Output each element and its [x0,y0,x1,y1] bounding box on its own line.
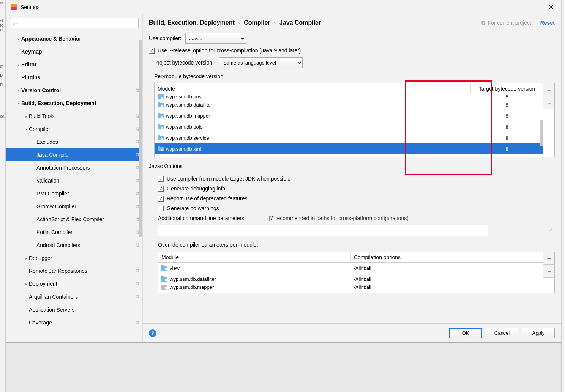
module-target-version[interactable]: 8 [471,113,543,119]
override-row[interactable]: wyp.ssm.db.datafilter-Xlint:all [158,274,543,285]
search-icon: ⌕ [13,20,16,26]
chevron-right-icon[interactable] [16,63,21,67]
sidebar-item-label: Excludes [36,139,134,145]
module-target-version[interactable]: 8 [471,124,543,130]
sidebar-item-label: Android Compilers [36,242,134,248]
sidebar-item-compiler[interactable]: Compiler⧉ [6,123,142,135]
module-header[interactable]: Module [155,83,471,94]
chevron-right-icon[interactable] [24,114,29,118]
module-table-scrollbar[interactable] [540,120,543,146]
module-target-version[interactable]: 8 [471,94,543,99]
chevron-right-icon[interactable] [24,282,29,286]
module-row[interactable]: wyp.ssm.db.service8 [155,132,543,143]
sidebar-item-excludes[interactable]: Excludes⧉ [6,135,142,148]
sidebar-item-editor[interactable]: Editor [6,58,142,71]
settings-tree[interactable]: Appearance & BehaviorKeymapEditorPlugins… [6,32,142,342]
sidebar-item-label: Deployment [29,281,134,287]
ok-button[interactable]: OK [449,328,482,338]
sidebar-item-application-servers[interactable]: Application Servers [6,303,142,316]
module-row[interactable]: wyp.ssm.db.mapper8 [155,110,543,121]
add-override-button[interactable]: ＋ [543,252,554,265]
use-module-jdk-checkbox[interactable]: ✓ [158,176,164,182]
override-row[interactable]: wyp.ssm.db.mapper-Xlint:all [158,285,543,290]
sidebar-item-build-execution-deployment[interactable]: Build, Execution, Deployment [6,97,142,110]
sidebar-item-coverage[interactable]: Coverage⧉ [6,316,142,329]
apply-button[interactable]: Apply [522,328,555,338]
chevron-right-icon[interactable] [16,88,21,93]
reset-link[interactable]: Reset [540,20,555,26]
sidebar-item-plugins[interactable]: Plugins [6,71,142,84]
target-version-header[interactable]: Target bytecode version [471,83,543,94]
sidebar-item-java-compiler[interactable]: Java Compiler⧉ [6,148,142,161]
expand-icon[interactable]: ⤢ [549,227,552,233]
titlebar: Settings ✕ [6,0,561,14]
override-options[interactable]: -Xlint:all [351,265,543,271]
chevron-right-icon[interactable] [16,37,21,41]
breadcrumb-item[interactable]: Compiler [244,19,270,26]
per-module-label: Per-module bytecode version: [154,73,555,79]
sidebar: ⌕ ▾ Appearance & BehaviorKeymapEditorPlu… [6,14,143,342]
override-row[interactable]: view-Xlint:all [158,263,543,274]
report-deprecated-checkbox[interactable]: ✓ [158,196,164,202]
sidebar-item-arquillian-containers[interactable]: Arquillian Containers⧉ [6,290,142,303]
generate-debug-checkbox[interactable]: ✓ [158,186,164,192]
no-warnings-checkbox[interactable] [158,206,164,211]
dialog-footer: ? OK Cancel Apply [143,323,561,342]
override-options[interactable]: -Xlint:all [351,285,543,290]
module-row[interactable]: wyp.ssm.db.datafilter8 [155,99,543,110]
additional-params-label: Additional command line parameters: [158,215,246,221]
module-name: wyp.ssm.db.mapper [166,113,210,119]
additional-params-input[interactable] [158,225,488,236]
sidebar-item-label: Application Servers [29,307,139,313]
close-button[interactable]: ✕ [545,2,557,13]
sidebar-item-kotlin-compiler[interactable]: Kotlin Compiler⧉ [6,226,142,239]
add-module-button[interactable]: ＋ [543,83,554,96]
sidebar-item-label: ActionScript & Flex Compiler [36,216,134,222]
help-button[interactable]: ? [149,329,156,337]
sidebar-item-label: Arquillian Containers [29,294,134,300]
chevron-down-icon[interactable] [24,127,29,131]
sidebar-item-rmi-compiler[interactable]: RMI Compiler⧉ [6,187,142,200]
module-name: wyp.ssm.db.pojo [166,124,203,130]
sidebar-item-appearance-behavior[interactable]: Appearance & Behavior [6,32,142,45]
svg-rect-2 [11,9,14,9]
module-row[interactable]: wyp.ssm.db.pojo8 [155,121,543,132]
module-row[interactable]: wyp.ssm.db.bus8 [155,94,543,99]
sidebar-item-validation[interactable]: Validation⧉ [6,174,142,187]
override-module-header[interactable]: Module [158,252,351,262]
main-panel: Build, Execution, Deployment › Compiler … [143,14,561,342]
sidebar-scrollbar[interactable] [139,40,142,237]
sidebar-item-build-tools[interactable]: Build Tools⧉ [6,110,142,123]
module-icon [158,103,164,107]
use-compiler-select[interactable]: Javac [185,33,246,44]
search-input[interactable]: ⌕ ▾ [10,18,139,28]
override-options[interactable]: -Xlint:all [351,276,543,282]
override-options-header[interactable]: Compilation options [351,252,543,262]
cancel-button[interactable]: Cancel [486,328,518,338]
module-row[interactable]: wyp.ssm.db.xml8 [155,143,543,154]
sidebar-item-annotation-processors[interactable]: Annotation Processors⧉ [6,161,142,174]
sidebar-item-deployment[interactable]: Deployment⧉ [6,277,142,290]
sidebar-item-debugger[interactable]: Debugger [6,252,142,264]
remove-override-button[interactable]: － [543,265,554,278]
sidebar-item-version-control[interactable]: Version Control⧉ [6,84,142,97]
project-scope-icon: ⧉ [136,281,139,287]
module-target-version[interactable]: 8 [471,146,543,152]
chevron-down-icon[interactable] [16,101,21,105]
release-option-checkbox[interactable]: ✓ [149,48,155,54]
sidebar-item-label: Annotation Processors [36,165,134,171]
project-bytecode-select[interactable]: Same as language level [219,57,303,68]
breadcrumb-item[interactable]: Build, Execution, Deployment [149,19,235,26]
module-icon [158,114,164,118]
sidebar-item-android-compilers[interactable]: Android Compilers⧉ [6,239,142,252]
module-target-version[interactable]: 8 [471,102,543,108]
override-module-name: view [170,265,180,271]
remove-module-button[interactable]: － [543,96,554,109]
chevron-right-icon[interactable] [24,256,29,260]
sidebar-item-actionscript-flex-compiler[interactable]: ActionScript & Flex Compiler⧉ [6,213,142,226]
sidebar-item-groovy-compiler[interactable]: Groovy Compiler⧉ [6,200,142,213]
background-left-edge: wshtoelatBnlca [0,0,6,392]
module-target-version[interactable]: 8 [471,135,543,141]
sidebar-item-keymap[interactable]: Keymap [6,45,142,58]
sidebar-item-remote-jar-repositories[interactable]: Remote Jar Repositories⧉ [6,264,142,277]
